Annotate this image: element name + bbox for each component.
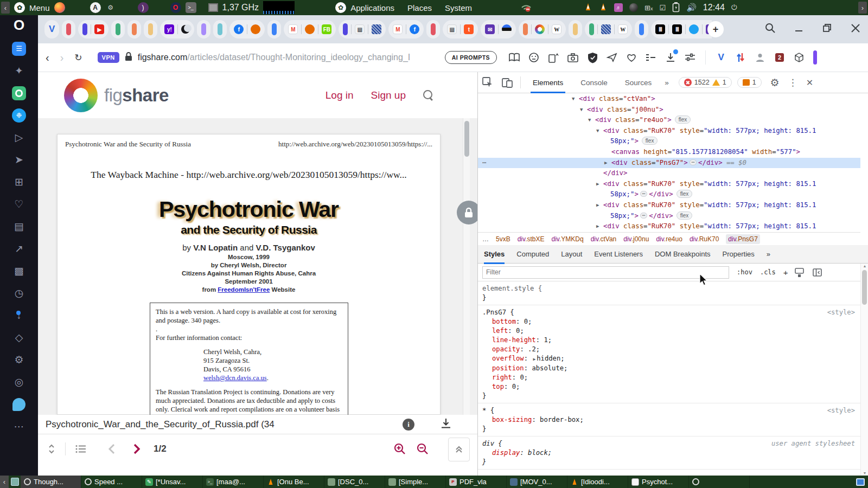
expand-arrow-closed[interactable]: ▶ [596, 200, 603, 211]
cls-toggle[interactable]: .cls [760, 268, 776, 276]
sphere-tray-icon[interactable] [629, 3, 638, 12]
edit-snapshot-icon[interactable] [546, 50, 560, 65]
expand-arrow-closed[interactable]: ▶ [604, 158, 611, 169]
vlc-tray-icon[interactable] [584, 3, 592, 13]
lock-icon[interactable] [125, 52, 132, 63]
expand-arrow-open[interactable]: ▼ [596, 126, 603, 137]
tab[interactable]: f [229, 20, 265, 38]
figshare-logo[interactable] [64, 79, 98, 112]
heart-icon[interactable]: ♡ [10, 195, 28, 214]
tab[interactable] [213, 20, 227, 38]
breadcrumb-overflow[interactable]: … [482, 235, 489, 243]
send-page-icon[interactable] [605, 50, 619, 65]
taskbar-window-button[interactable]: [Simple... [385, 476, 446, 488]
devtools-settings-icon[interactable]: ⚙ [770, 76, 780, 89]
css-property[interactable]: box-sizing: border-box; [482, 415, 856, 425]
url-field[interactable]: figshare.com/articles/dataset/Thought-Mo… [138, 53, 442, 62]
expand-arrow-open[interactable]: ▼ [580, 105, 587, 115]
more-dots-icon[interactable]: ⋯ [10, 418, 28, 436]
tab[interactable]: MFB [284, 20, 336, 38]
extension-v-icon[interactable]: V [714, 50, 728, 65]
history-icon[interactable]: ◷ [10, 284, 28, 303]
tab-search-icon[interactable] [765, 23, 776, 36]
extension-transfer-icon[interactable] [733, 50, 748, 65]
css-property[interactable]: line-height: 1; [482, 336, 856, 345]
extension-badge-2-icon[interactable]: 2 [773, 50, 787, 65]
applications-menu[interactable]: Applications [350, 3, 394, 12]
new-style-rule-button[interactable]: + [783, 268, 788, 277]
chat-icon[interactable]: ▤ [10, 217, 28, 236]
tree-row[interactable]: ▶<div class="RuK70" style="width: 577px;… [478, 221, 860, 232]
pdf-scrollbar-thumb[interactable] [464, 121, 469, 157]
taskbar-window-button[interactable]: PPDF_vla [446, 476, 507, 488]
tray-screenshot-icon[interactable] [856, 476, 865, 488]
tree-row-selected[interactable]: ⋯▶<div class="PnsG7">⋯</div> == $0 [478, 158, 860, 169]
expand-collapse-icon[interactable] [48, 444, 55, 454]
system-menu[interactable]: System [445, 3, 472, 12]
reader-book-icon[interactable] [507, 50, 521, 65]
zoom-in-button[interactable] [394, 443, 406, 455]
reading-list-icon[interactable]: ☰ [10, 40, 28, 58]
taskbar-window-button[interactable]: [Idioodi... [567, 476, 628, 488]
tab[interactable] [144, 20, 157, 38]
settings-gear-icon[interactable]: ⚙ [10, 351, 28, 369]
tab[interactable] [267, 20, 281, 38]
expand-arrow-closed[interactable]: ▶ [596, 221, 603, 232]
tab[interactable]: ▶ [78, 20, 108, 38]
back-button[interactable]: ‹ [46, 52, 49, 64]
css-selector[interactable]: * { [482, 406, 856, 415]
file-download-icon[interactable] [441, 418, 451, 431]
show-desktop-icon[interactable] [9, 476, 21, 488]
terminal-icon[interactable]: >_ [186, 2, 196, 13]
settings-sliders-icon[interactable] [683, 50, 697, 65]
flex-badge[interactable]: flex [642, 137, 658, 145]
mood-smiley-icon[interactable] [527, 50, 541, 65]
tab[interactable]: ▤ [339, 20, 386, 38]
taskbar-window-button[interactable]: Psychot... [628, 476, 689, 488]
console-errors-badge[interactable]: ✖1522 1 [679, 77, 732, 88]
tab[interactable]: V [44, 20, 59, 38]
network-offline-icon[interactable]: ⊞x [644, 4, 653, 12]
notifications-bell-icon[interactable]: ☑ [659, 4, 666, 12]
figshare-brand[interactable]: figshare [104, 85, 169, 106]
panel-tab-properties[interactable]: Properties [723, 245, 755, 264]
tab[interactable] [62, 20, 75, 38]
breadcrumb-item[interactable]: div.re4uo [656, 235, 682, 243]
tree-row[interactable]: <canvas height="815.1577181208054" width… [478, 147, 860, 158]
breadcrumb-item[interactable]: div.PnsG7 [726, 234, 760, 244]
tab[interactable] [111, 20, 125, 38]
panel-tab-»[interactable]: » [767, 245, 770, 264]
tree-row[interactable]: ▼<div class="ctVan"> [478, 94, 860, 105]
tab[interactable]: Mf [388, 20, 424, 38]
downloads-icon[interactable]: ↓ [10, 306, 28, 325]
tab[interactable] [635, 20, 648, 38]
clock[interactable]: 12:44 [703, 3, 725, 12]
taskbar-window-button[interactable] [689, 476, 750, 488]
taskbar-window-button[interactable]: Though... [21, 476, 81, 488]
volume-icon[interactable]: 🔊 [686, 3, 697, 12]
pdf-scrollbar[interactable] [463, 118, 470, 415]
tab[interactable] [127, 20, 141, 38]
messenger-icon[interactable] [10, 395, 28, 414]
extensions-box-icon[interactable]: ◇ [10, 329, 28, 347]
vlc-tray-icon-2[interactable] [599, 3, 608, 13]
breadcrumb-item[interactable]: div.RuK70 [690, 235, 719, 243]
snapshot-icon[interactable]: ✦ [10, 62, 28, 80]
reload-button[interactable]: ↻ [74, 52, 82, 63]
applications-icon[interactable]: ✿ [335, 2, 346, 13]
signup-link[interactable]: Sign up [371, 89, 406, 101]
css-property[interactable]: left: 0; [482, 326, 856, 336]
expand-arrow-closed[interactable]: ▶ [596, 179, 603, 190]
devtools-tab-sources[interactable]: Sources [623, 72, 654, 93]
power-icon[interactable]: ⏻ [731, 3, 737, 12]
css-selector[interactable]: element.style { [482, 284, 856, 293]
tab[interactable]: W [519, 20, 566, 38]
panel-tab-computed[interactable]: Computed [516, 245, 549, 264]
close-window-button[interactable] [851, 23, 860, 36]
css-property[interactable]: bottom: 0; [482, 317, 856, 326]
flex-badge[interactable]: flex [675, 115, 691, 124]
css-property[interactable]: top: 0; [482, 382, 856, 391]
twitter-app-icon[interactable]: ❉ [10, 106, 28, 125]
tree-row[interactable]: ▼<div class="re4uo">flex [478, 115, 860, 126]
speed-dial-grid-icon[interactable]: ⊞ [10, 173, 28, 191]
